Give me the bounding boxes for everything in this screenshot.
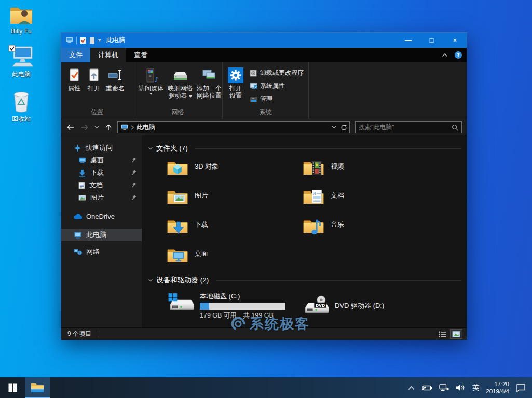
pin-icon <box>131 195 137 200</box>
folder-document-icon: A <box>303 187 324 206</box>
folder-name: 文档 <box>331 187 344 200</box>
desktop-icon-recycle-bin[interactable]: 回收站 <box>3 90 39 123</box>
sidebar-item-desktop[interactable]: 桌面 <box>61 154 142 167</box>
sidebar-item-downloads[interactable]: 下载 <box>61 167 142 179</box>
search-box[interactable] <box>355 121 462 133</box>
forward-button[interactable] <box>79 121 90 133</box>
sidebar-item-onedrive[interactable]: OneDrive <box>61 210 142 223</box>
address-bar[interactable]: 此电脑 <box>117 121 350 133</box>
window-controls: — □ × <box>397 33 467 48</box>
breadcrumb[interactable]: 此电脑 <box>137 123 155 132</box>
open-button[interactable]: 打开 <box>84 66 104 93</box>
section-header-devices[interactable]: 设备和驱动器 (2) <box>147 275 462 286</box>
folder-item-downloads[interactable]: 下载 <box>165 215 294 244</box>
system-tray: 英 17:20 2019/4/4 <box>408 377 532 398</box>
explorer-window: 此电脑 — □ × 文件 计算机 查看 ? <box>61 32 467 340</box>
map-network-drive-button[interactable]: 映射网络 驱动器 <box>166 66 195 100</box>
folder-3d-cube-icon <box>167 158 188 177</box>
sidebar-item-this-pc[interactable]: 此电脑 <box>61 229 142 241</box>
input-method-indicator[interactable]: 英 <box>472 383 479 392</box>
ribbon-tabs: 文件 计算机 查看 ? <box>61 48 467 62</box>
search-input[interactable] <box>359 123 452 131</box>
network-icon[interactable] <box>439 383 449 392</box>
folder-download-icon <box>167 216 188 235</box>
drive-item-dvd[interactable]: DVD DVD 驱动器 (D:) <box>299 290 434 321</box>
pin-icon <box>131 158 137 163</box>
sidebar-item-documents[interactable]: 文档 <box>61 179 142 191</box>
qat-properties-icon[interactable] <box>80 37 86 44</box>
dropdown-arrow-icon <box>149 93 153 95</box>
drive-item-c[interactable]: 本地磁盘 (C:) 179 GB 可用，共 199 GB <box>165 290 299 321</box>
recent-locations-button[interactable] <box>93 121 100 133</box>
titlebar[interactable]: 此电脑 — □ × <box>61 33 467 48</box>
sidebar-item-pictures[interactable]: 图片 <box>61 191 142 204</box>
details-view-icon <box>438 331 446 338</box>
folder-item-music[interactable]: 音乐 <box>301 215 430 244</box>
address-dropdown-icon[interactable] <box>332 126 336 129</box>
system-properties-button[interactable]: 系统属性 <box>248 79 306 92</box>
minimize-button[interactable]: — <box>397 33 420 48</box>
add-network-location-button[interactable]: 添加一个 网络位置 <box>195 66 224 100</box>
start-button[interactable] <box>0 377 25 398</box>
collapse-ribbon-icon[interactable] <box>442 53 448 57</box>
taskbar-clock[interactable]: 17:20 2019/4/4 <box>486 380 509 395</box>
manage-button[interactable]: 管理 <box>248 92 306 105</box>
close-button[interactable]: × <box>443 33 467 48</box>
sidebar-item-quick-access[interactable]: 快速访问 <box>61 142 142 154</box>
sidebar-item-label: 文档 <box>89 181 103 190</box>
maximize-button[interactable]: □ <box>420 33 443 48</box>
system-properties-icon <box>250 82 257 90</box>
window-title: 此电脑 <box>106 36 125 45</box>
divider <box>195 148 461 149</box>
desktop-icon-user-folder[interactable]: Billy Fu <box>3 4 39 35</box>
disk-usage-text: 179 GB 可用，共 199 GB <box>200 311 285 320</box>
qat-new-folder-icon[interactable] <box>89 37 95 44</box>
download-icon <box>78 169 86 177</box>
desktop-icon-this-pc[interactable]: 此电脑 <box>3 45 39 79</box>
navigation-pane: 快速访问 桌面 下载 <box>61 135 142 327</box>
folder-item-desktop[interactable]: 桌面 <box>165 244 294 273</box>
up-button[interactable] <box>103 121 114 133</box>
folder-video-icon <box>303 158 324 177</box>
disk-usage-bar <box>200 303 285 310</box>
battery-icon[interactable] <box>421 383 432 392</box>
rename-button[interactable]: 重命名 <box>104 66 127 93</box>
file-list-pane: 文件夹 (7) 3D 对象 <box>142 135 467 327</box>
tab-view[interactable]: 查看 <box>126 48 155 62</box>
qat-dropdown-icon[interactable] <box>98 39 101 42</box>
local-disk-icon <box>167 292 195 314</box>
dvd-drive-icon: DVD <box>302 295 330 317</box>
back-button[interactable] <box>65 121 76 133</box>
open-settings-button[interactable]: 打开 设置 <box>226 66 245 100</box>
details-view-button[interactable] <box>436 329 448 339</box>
speaker-icon[interactable] <box>456 383 466 392</box>
chevron-down-icon <box>148 278 153 283</box>
section-header-folders[interactable]: 文件夹 (7) <box>147 143 462 154</box>
folder-item-pictures[interactable]: 图片 <box>165 186 294 215</box>
action-center-button[interactable] <box>516 383 526 392</box>
show-hidden-icons-button[interactable] <box>408 386 415 390</box>
large-icons-view-button[interactable] <box>450 329 462 339</box>
access-media-button[interactable]: ♪ 访问媒体 <box>137 66 166 96</box>
refresh-icon[interactable] <box>340 124 347 131</box>
folder-music-icon <box>303 216 324 235</box>
clock-time: 17:20 <box>486 380 509 388</box>
folder-desktop-icon <box>167 245 188 264</box>
tab-computer[interactable]: 计算机 <box>90 48 126 62</box>
drive-name: 本地磁盘 (C:) <box>200 292 285 301</box>
folder-item-videos[interactable]: 视频 <box>301 157 430 186</box>
desktop-icon-label: Billy Fu <box>11 28 31 35</box>
help-icon[interactable]: ? <box>454 51 462 59</box>
dvd-label: DVD <box>316 303 325 308</box>
properties-button[interactable]: 属性 <box>64 66 84 93</box>
taskbar-file-explorer-button[interactable] <box>25 377 50 398</box>
svg-text:?: ? <box>457 52 460 58</box>
main-area: 快速访问 桌面 下载 <box>61 135 467 327</box>
quick-access-star-icon <box>74 144 81 152</box>
uninstall-program-button[interactable]: 卸载或更改程序 <box>248 66 306 79</box>
folder-item-documents[interactable]: A 文档 <box>301 186 430 215</box>
tab-file[interactable]: 文件 <box>61 48 90 62</box>
sidebar-item-network[interactable]: 网络 <box>61 245 142 258</box>
dropdown-arrow-icon <box>189 95 192 98</box>
folder-item-3d-objects[interactable]: 3D 对象 <box>165 157 294 186</box>
